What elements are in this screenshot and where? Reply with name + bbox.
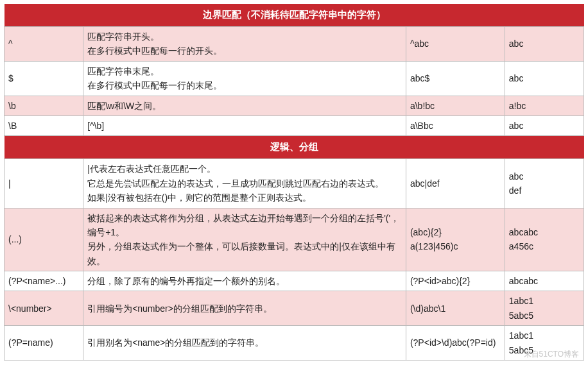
example-cell: (abc){2}a(123|456)c [406, 208, 505, 271]
table-row: \<number>引用编号为<number>的分组匹配到的字符串。(\d)abc… [4, 291, 584, 326]
table-row: \b匹配\w和\W之间。a\b!bca!bc [4, 96, 584, 115]
description-cell: 匹配字符串开头。在多行模式中匹配每一行的开头。 [83, 27, 406, 62]
match-cell: abcabca456c [505, 208, 584, 271]
symbol-cell: | [4, 159, 83, 208]
description-cell: 引用别名为<name>的分组匹配到的字符串。 [83, 326, 406, 361]
description-cell: 引用编号为<number>的分组匹配到的字符串。 [83, 291, 406, 326]
table-row: (?P=name)引用别名为<name>的分组匹配到的字符串。(?P<id>\d… [4, 326, 584, 361]
match-cell: 1abc15abc5 [505, 326, 584, 361]
section-header: 逻辑、分组 [4, 136, 584, 159]
description-cell: 分组，除了原有的编号外再指定一个额外的别名。 [83, 271, 406, 291]
section-header-row: 逻辑、分组 [4, 136, 584, 159]
match-cell: abcabc [505, 271, 584, 291]
example-cell: (\d)abc\1 [406, 291, 505, 326]
section-header-row: 边界匹配（不消耗待匹配字符串中的字符） [4, 4, 584, 27]
example-cell: ^abc [406, 27, 505, 62]
table-row: (?P<name>...)分组，除了原有的编号外再指定一个额外的别名。(?P<i… [4, 271, 584, 291]
symbol-cell: $ [4, 61, 83, 96]
match-cell: abc [505, 115, 584, 135]
table-row: ||代表左右表达式任意匹配一个。它总是先尝试匹配左边的表达式，一旦成功匹配则跳过… [4, 159, 584, 208]
symbol-cell: (?P=name) [4, 326, 83, 361]
match-cell: abc [505, 27, 584, 62]
example-cell: abc|def [406, 159, 505, 208]
table-row: \B[^\b]a\Bbcabc [4, 115, 584, 135]
example-cell: (?P<id>abc){2} [406, 271, 505, 291]
table-row: ^匹配字符串开头。在多行模式中匹配每一行的开头。^abcabc [4, 27, 584, 62]
symbol-cell: (?P<name>...) [4, 271, 83, 291]
description-cell: |代表左右表达式任意匹配一个。它总是先尝试匹配左边的表达式，一旦成功匹配则跳过匹… [83, 159, 406, 208]
symbol-cell: \B [4, 115, 83, 135]
match-cell: a!bc [505, 96, 584, 115]
description-cell: [^\b] [83, 115, 406, 135]
symbol-cell: ^ [4, 27, 83, 62]
table-row: (...)被括起来的表达式将作为分组，从表达式左边开始每遇到一个分组的左括号'(… [4, 208, 584, 271]
table-row: $匹配字符串末尾。在多行模式中匹配每一行的末尾。abc$abc [4, 61, 584, 96]
example-cell: a\Bbc [406, 115, 505, 135]
match-cell: 1abc15abc5 [505, 291, 584, 326]
section-header: 边界匹配（不消耗待匹配字符串中的字符） [4, 4, 584, 27]
description-cell: 被括起来的表达式将作为分组，从表达式左边开始每遇到一个分组的左括号'('，编号+… [83, 208, 406, 271]
match-cell: abc [505, 61, 584, 96]
description-cell: 匹配\w和\W之间。 [83, 96, 406, 115]
symbol-cell: \<number> [4, 291, 83, 326]
symbol-cell: (...) [4, 208, 83, 271]
symbol-cell: \b [4, 96, 83, 115]
reference-table: 边界匹配（不消耗待匹配字符串中的字符）^匹配字符串开头。在多行模式中匹配每一行的… [4, 4, 584, 136]
match-cell: abcdef [505, 159, 584, 208]
description-cell: 匹配字符串末尾。在多行模式中匹配每一行的末尾。 [83, 61, 406, 96]
reference-table: 逻辑、分组||代表左右表达式任意匹配一个。它总是先尝试匹配左边的表达式，一旦成功… [4, 136, 584, 361]
example-cell: a\b!bc [406, 96, 505, 115]
example-cell: abc$ [406, 61, 505, 96]
example-cell: (?P<id>\d)abc(?P=id) [406, 326, 505, 361]
